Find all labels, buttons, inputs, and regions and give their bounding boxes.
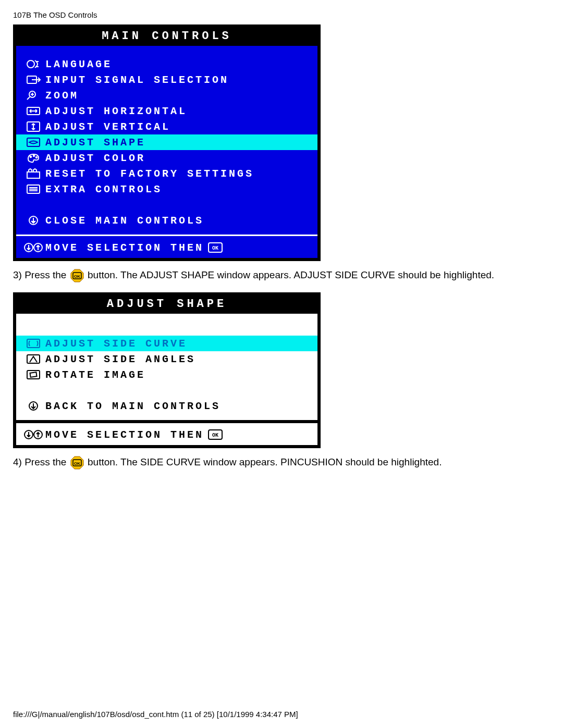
instr-4-suffix: button. The SIDE CURVE window appears. P… <box>88 456 442 467</box>
svg-point-8 <box>36 157 37 158</box>
main-controls-panel: MAIN CONTROLS LANGUAGE INPUT SIGNAL SELE… <box>13 24 321 261</box>
hint-row: MOVE SELECTION THEN OK <box>16 427 317 445</box>
menu-label: ADJUST SIDE CURVE <box>45 338 187 350</box>
adjust-color-icon <box>21 152 45 164</box>
main-controls-title: MAIN CONTROLS <box>16 28 317 46</box>
up-down-icon <box>21 241 45 254</box>
menu-label: RESET TO FACTORY SETTINGS <box>45 168 254 180</box>
svg-text:OK: OK <box>74 274 80 279</box>
extra-controls-icon <box>21 183 45 195</box>
svg-point-6 <box>30 156 31 157</box>
menu-item-rotate-image[interactable]: ROTATE IMAGE <box>16 367 317 382</box>
up-down-icon <box>21 428 45 441</box>
menu-item-adjust-color[interactable]: ADJUST COLOR <box>16 150 317 166</box>
menu-label: ADJUST COLOR <box>45 152 145 164</box>
page-header: 107B The OSD Controls <box>13 10 550 19</box>
menu-item-reset-factory[interactable]: RESET TO FACTORY SETTINGS <box>16 166 317 181</box>
adjust-shape-panel: ADJUST SHAPE ADJUST SIDE CURVE ADJUST SI… <box>13 292 321 448</box>
hint-label: MOVE SELECTION THEN <box>45 429 204 441</box>
zoom-icon <box>21 89 45 102</box>
side-angles-icon <box>21 353 45 365</box>
svg-text:OK: OK <box>212 433 218 438</box>
language-icon <box>21 58 45 70</box>
svg-rect-9 <box>27 172 40 178</box>
menu-label: LANGUAGE <box>45 58 112 70</box>
menu-item-close-main[interactable]: CLOSE MAIN CONTROLS <box>16 213 317 228</box>
instruction-4: 4) Press the OK button. The SIDE CURVE w… <box>13 454 550 470</box>
menu-label: EXTRA CONTROLS <box>45 183 162 195</box>
ok-button-icon: OK <box>70 456 84 470</box>
menu-label: ZOOM <box>45 90 79 102</box>
menu-item-side-curve[interactable]: ADJUST SIDE CURVE <box>16 336 317 351</box>
menu-item-zoom[interactable]: ZOOM <box>16 88 317 103</box>
menu-label: ADJUST SIDE ANGLES <box>45 353 195 365</box>
hint-label: MOVE SELECTION THEN <box>45 242 204 254</box>
svg-text:OK: OK <box>74 461 80 466</box>
menu-label: ROTATE IMAGE <box>45 369 145 381</box>
side-curve-icon <box>21 337 45 350</box>
instr-3-prefix: 3) Press the <box>13 269 69 280</box>
input-signal-icon <box>21 73 45 86</box>
menu-label: INPUT SIGNAL SELECTION <box>45 74 229 86</box>
down-arrow-icon <box>21 214 45 227</box>
menu-label: BACK TO MAIN CONTROLS <box>45 400 221 412</box>
adjust-shape-title: ADJUST SHAPE <box>16 295 317 314</box>
adjust-horizontal-icon <box>21 105 45 117</box>
menu-label: ADJUST HORIZONTAL <box>45 105 187 117</box>
svg-point-0 <box>27 60 34 68</box>
svg-rect-22 <box>30 373 37 378</box>
ok-icon: OK <box>208 242 223 253</box>
hint-row: MOVE SELECTION THEN OK <box>16 240 317 258</box>
svg-rect-21 <box>27 371 40 379</box>
instr-4-prefix: 4) Press the <box>13 456 69 467</box>
menu-item-adjust-vertical[interactable]: ADJUST VERTICAL <box>16 119 317 134</box>
menu-item-input-signal[interactable]: INPUT SIGNAL SELECTION <box>16 72 317 88</box>
menu-label: ADJUST VERTICAL <box>45 121 170 133</box>
menu-label: ADJUST SHAPE <box>45 137 145 149</box>
reset-factory-icon <box>21 167 45 180</box>
menu-item-adjust-shape[interactable]: ADJUST SHAPE <box>16 134 317 150</box>
adjust-vertical-icon <box>21 120 45 133</box>
down-arrow-icon <box>21 400 45 412</box>
svg-text:OK: OK <box>212 245 218 251</box>
rotate-image-icon <box>21 368 45 381</box>
menu-item-adjust-horizontal[interactable]: ADJUST HORIZONTAL <box>16 103 317 119</box>
ok-button-icon: OK <box>70 269 84 282</box>
instr-3-suffix: button. The ADJUST SHAPE window appears.… <box>88 269 494 280</box>
svg-point-7 <box>33 155 34 156</box>
ok-icon: OK <box>208 429 223 440</box>
menu-item-language[interactable]: LANGUAGE <box>16 56 317 72</box>
menu-item-extra-controls[interactable]: EXTRA CONTROLS <box>16 181 317 197</box>
menu-item-side-angles[interactable]: ADJUST SIDE ANGLES <box>16 351 317 367</box>
instruction-3: 3) Press the OK button. The ADJUST SHAPE… <box>13 267 550 283</box>
menu-item-back[interactable]: BACK TO MAIN CONTROLS <box>16 398 317 414</box>
menu-label: CLOSE MAIN CONTROLS <box>45 215 204 227</box>
adjust-shape-icon <box>21 136 45 149</box>
